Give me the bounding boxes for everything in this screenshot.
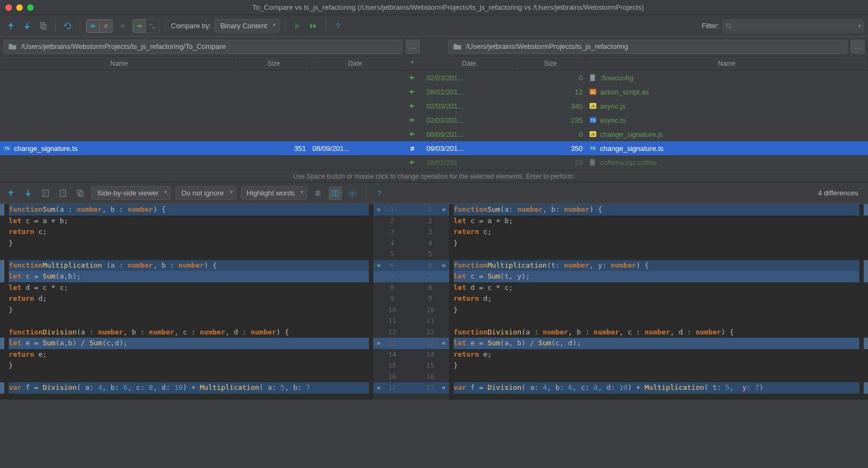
arrow-down-icon[interactable] [21,20,34,33]
code-line[interactable]: function Multiplication(t: number, y: nu… [454,260,859,271]
col-size[interactable]: Size [515,56,586,70]
run-icon[interactable] [291,20,304,33]
code-line[interactable]: let e = Sum(a,b) / Sum(c,d); [9,338,369,349]
left-path-input[interactable]: /Users/jetbrains/WebstormProjects/ts_js_… [3,40,403,54]
col-date[interactable]: Date [309,56,401,70]
code-line[interactable]: let c = a + b; [9,216,369,227]
table-row[interactable]: 09/03/201...350TSchange_signature.ts [423,141,868,155]
col-star[interactable]: * [401,56,423,71]
code-line[interactable] [454,249,859,260]
left-code-pane[interactable]: function Sum(a : number, b : number) { l… [4,204,373,400]
highlight-dropdown[interactable]: Highlight words [241,186,308,200]
code-line[interactable]: let c = a + b; [454,216,859,227]
code-line[interactable]: } [9,305,369,316]
right-path-input[interactable]: /Users/jetbrains/WebstormProjects/ts_js_… [448,40,847,54]
code-line[interactable]: return d; [454,293,859,305]
operation-cell[interactable] [401,127,423,141]
help-icon[interactable]: ? [331,20,344,33]
col-name[interactable]: Name [586,56,868,70]
code-line[interactable] [454,371,859,383]
operation-cell[interactable] [401,99,423,113]
gear-icon[interactable] [346,187,359,200]
code-line[interactable]: return c; [454,226,859,238]
table-row[interactable]: 02/03/201...340JSasync.js [423,99,868,113]
sync-right-icon[interactable] [86,20,99,33]
right-path-browse-button[interactable]: … [851,40,865,54]
help-icon[interactable]: ? [373,187,386,200]
code-line[interactable]: let d = c * c; [9,282,369,294]
arrow-up-icon[interactable] [4,20,17,33]
svg-text:As: As [591,90,595,94]
compare-by-dropdown[interactable]: Binary Content [214,19,279,33]
copy-diff-icon[interactable] [74,187,87,200]
viewer-mode-dropdown[interactable]: Side-by-side viewer [91,186,171,200]
operation-cell[interactable] [401,113,423,127]
copy-icon[interactable] [37,20,50,33]
right-code-pane[interactable]: function Sum(a: number, b: number) { let… [449,204,864,400]
code-line[interactable]: function Sum(a: number, b: number) { [454,204,859,216]
col-size[interactable]: Size [239,56,309,70]
maximize-window-button[interactable] [27,4,34,11]
svg-point-5 [727,23,731,27]
run-all-icon[interactable] [307,20,320,33]
col-name[interactable]: Name [0,56,239,70]
table-row[interactable]: TSchange_signature.ts35108/09/201... [0,141,401,155]
col-date[interactable]: Date [423,56,515,70]
code-line[interactable]: return e; [9,349,369,361]
gutters: »12345»6789101112»13141516»17 «12345«678… [373,204,449,400]
left-path-browse-button[interactable]: … [406,40,420,54]
code-line[interactable]: return e; [454,349,859,361]
refresh-icon[interactable] [61,20,74,33]
svg-text:≠: ≠ [104,22,107,30]
close-window-button[interactable] [5,4,12,11]
sync-left-icon[interactable] [133,20,146,33]
svg-text:TS: TS [591,147,596,150]
operation-cell[interactable] [401,85,423,99]
code-line[interactable] [9,249,369,260]
next-diff-icon[interactable] [22,187,35,200]
ignore-dropdown[interactable]: Do not ignore [175,186,236,200]
code-line[interactable]: return d; [9,293,369,305]
filter-input[interactable]: ▾ [723,20,864,33]
code-line[interactable]: function Multiplication (a : number, b :… [9,260,369,271]
sync-scroll-icon[interactable] [329,187,342,200]
code-line[interactable]: let c = Sum(a,b); [9,271,369,282]
code-line[interactable]: return c; [9,226,369,238]
code-line[interactable]: var f = Division( a: 4, b: 6, c: 8, d: 1… [9,382,369,394]
sync-both-icon[interactable] [146,20,159,33]
code-line[interactable] [9,371,369,383]
svg-text:JS: JS [591,104,596,108]
code-line[interactable]: } [454,305,859,316]
minimize-window-button[interactable] [16,4,23,11]
table-row[interactable]: 28/02/20123coffeescript.coffee [423,155,868,169]
operation-cell[interactable] [401,155,423,169]
table-row[interactable]: 08/09/201...0JSchange_signature.js [423,127,868,141]
collapse-icon[interactable] [311,187,324,200]
table-row[interactable]: 02/03/201...0.flowconfig [423,71,868,85]
code-line[interactable]: let e = Sum(a, b) / Sum(c, d); [454,338,859,349]
code-line[interactable] [9,315,369,327]
code-line[interactable]: let d = c * c; [454,282,859,294]
code-line[interactable]: var f = Division( a: 4, b: 6, c: 8, d: 1… [454,382,859,394]
export-left-icon[interactable] [39,187,52,200]
equal-icon[interactable]: = [116,20,129,33]
table-row[interactable]: 28/02/201...12Asaction_script.as [423,85,868,99]
code-line[interactable]: } [9,238,369,249]
prev-diff-icon[interactable] [4,187,17,200]
not-equal-icon[interactable]: ≠ [99,20,112,33]
svg-text:?: ? [378,189,381,197]
operation-cell[interactable]: ≠ [401,141,423,155]
operation-cell[interactable] [401,71,423,85]
code-line[interactable]: function Division(a : number, b : number… [9,327,369,338]
export-right-icon[interactable] [56,187,69,200]
code-line[interactable]: function Sum(a : number, b : number) { [9,204,369,216]
code-line[interactable]: function Division(a : number, b : number… [454,327,859,338]
diff-toolbar: Side-by-side viewer Do not ignore Highli… [0,182,868,204]
code-line[interactable]: } [454,360,859,371]
code-line[interactable]: let c = Sum(t, y); [454,271,859,282]
code-line[interactable] [454,315,859,327]
code-line[interactable]: } [454,238,859,249]
code-line[interactable]: } [9,360,369,371]
hint-text: Use Space button or mouse click to chang… [0,170,868,182]
table-row[interactable]: 02/03/201...235TSasync.ts [423,113,868,127]
